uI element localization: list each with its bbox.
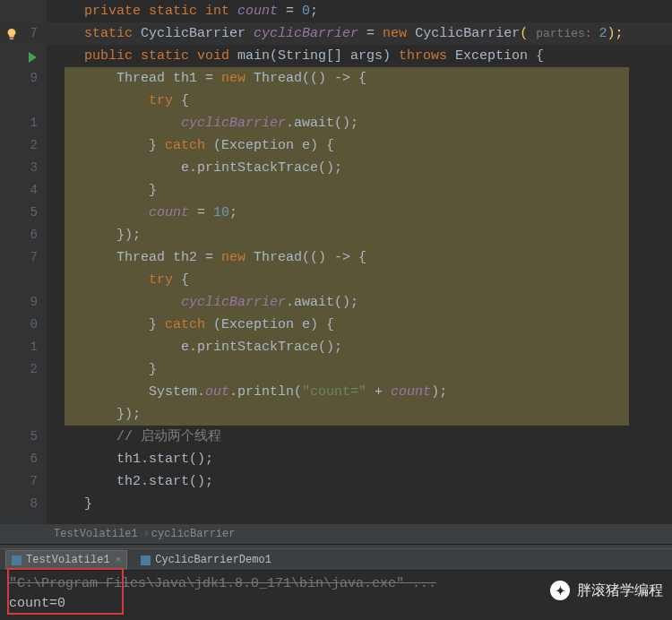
run-tab-label: TestVolatile1 [26,554,110,566]
code-line[interactable]: } [47,358,672,381]
code-line[interactable]: try { [47,269,672,291]
line-num: 1 [30,116,38,130]
line-num: 2 [30,138,38,152]
close-icon[interactable]: × [116,555,122,565]
run-tab-testvolatile1[interactable]: TestVolatile1 × [5,550,127,570]
line-num: 1 [30,340,38,354]
code-line[interactable]: cyclicBarrier.await(); [47,291,672,314]
line-num: 5 [30,429,38,443]
run-tab-label: CyclicBarrierDemo1 [155,554,271,566]
svg-rect-0 [10,38,13,39]
wechat-icon: ✦ [550,581,570,600]
line-num: 9 [30,295,38,309]
run-config-icon [12,555,22,565]
code-line[interactable]: // 启动两个线程 [47,426,672,448]
breadcrumb-item[interactable]: TestVolatile1 [54,528,138,540]
code-line[interactable]: public static void main(String[] args) t… [47,45,672,67]
run-tabs: TestVolatile1 × CyclicBarrierDemo1 [0,549,672,571]
code-line[interactable]: Thread th1 = new Thread(() -> { [47,67,672,90]
line-num: 0 [30,317,38,332]
line-num: 9 [30,71,38,85]
line-num: 8 [30,496,38,511]
breadcrumb-item[interactable]: cyclicBarrier [151,528,236,540]
line-num: 4 [30,183,38,197]
code-line[interactable]: }); [47,403,672,426]
code-line[interactable]: e.printStackTrace(); [47,336,672,358]
intention-bulb-icon[interactable] [5,26,18,39]
code-line[interactable]: } [47,179,672,202]
code-area[interactable]: private static int count = 0; static Cyc… [47,0,672,524]
line-num: 7 [30,474,38,488]
line-num: 5 [30,205,38,220]
code-line[interactable]: e.printStackTrace(); [47,157,672,179]
code-line[interactable]: cyclicBarrier.await(); [47,112,672,134]
watermark: ✦ 胖滚猪学编程 [550,581,663,600]
line-num: 2 [30,362,38,376]
code-line[interactable]: } catch (Exception e) { [47,134,672,157]
watermark-text: 胖滚猪学编程 [577,581,663,600]
code-line[interactable]: th1.start(); [47,448,672,470]
run-tab-cyclicbarrierdemo1[interactable]: CyclicBarrierDemo1 [134,550,278,570]
code-line[interactable]: Thread th2 = new Thread(() -> { [47,246,672,269]
code-line[interactable]: System.out.println("count=" + count); [47,381,672,403]
chevron-right-icon: › [143,528,150,540]
code-line[interactable]: }); [47,224,672,246]
code-line[interactable]: } catch (Exception e) { [47,314,672,336]
code-line[interactable]: th2.start(); [47,470,672,493]
line-num: 3 [30,160,38,175]
run-gutter-icon[interactable] [29,52,37,63]
breadcrumb[interactable]: TestVolatile1 › cyclicBarrier [0,524,672,544]
gutter: 7 9 1 2 3 4 5 6 7 9 0 1 2 5 6 7 8 [0,0,47,524]
code-line[interactable]: } [47,493,672,515]
line-num: 7 [30,250,38,264]
code-line[interactable]: private static int count = 0; [47,0,672,22]
line-num: 6 [30,228,38,242]
code-line[interactable]: static CyclicBarrier cyclicBarrier = new… [47,22,672,45]
code-line[interactable]: count = 10; [47,202,672,224]
code-line[interactable]: try { [47,90,672,112]
code-editor[interactable]: 7 9 1 2 3 4 5 6 7 9 0 1 2 5 6 7 8 privat… [0,0,672,524]
run-config-icon [141,555,151,565]
line-num: 6 [30,452,38,466]
line-num: 7 [30,26,38,40]
